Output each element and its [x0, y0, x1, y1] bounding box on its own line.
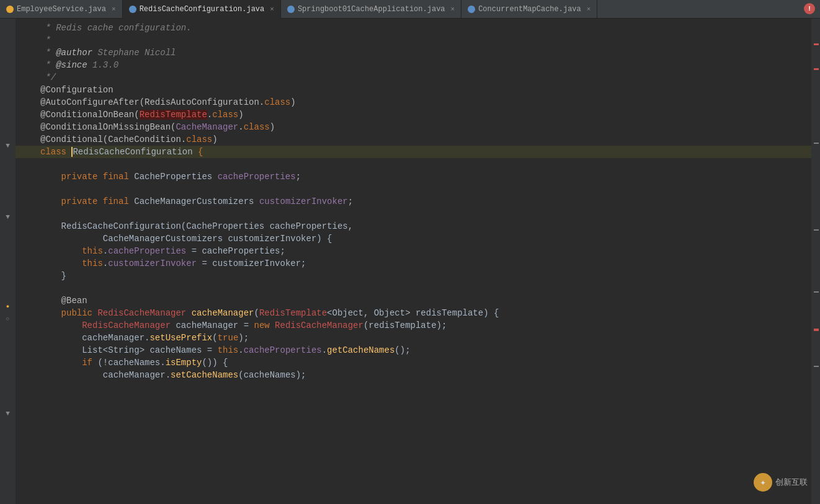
code-line-21: }	[16, 270, 811, 282]
tab-concurrentmapcache[interactable]: ConcurrentMapCache.java ×	[461, 0, 597, 18]
code-line-29: cacheManager.setCacheNames(cacheNames);	[16, 369, 811, 381]
code-line-7: @AutoConfigureAfter(RedisAutoConfigurati…	[16, 96, 811, 108]
line-content-3: * @author Stephane Nicoll	[40, 46, 806, 59]
tab-rediscacheconfiguration[interactable]: RedisCacheConfiguration.java ×	[123, 0, 281, 19]
code-line-2: *	[16, 34, 811, 46]
line-content-8: @ConditionalOnBean(RedisTemplate.class)	[40, 108, 806, 121]
tab-close-concurrentmapcache[interactable]: ×	[587, 6, 591, 13]
line-content-20: this.customizerInvoker = customizerInvok…	[40, 257, 806, 270]
gutter-circle-2: ○	[0, 313, 16, 325]
scrollbar-area[interactable]	[811, 19, 820, 504]
watermark-logo: ✦	[754, 473, 772, 492]
line-content-21: }	[40, 270, 806, 282]
code-line-25: RedisCacheManager cacheManager = new Red…	[16, 319, 811, 332]
error-badge: !	[804, 3, 815, 14]
line-content-9: @ConditionalOnMissingBean(CacheManager.c…	[40, 121, 806, 133]
code-line-17: RedisCacheConfiguration(CacheProperties …	[16, 220, 811, 232]
code-line-18: CacheManagerCustomizers customizerInvoke…	[16, 232, 811, 245]
tab-springboot01[interactable]: Springboot01CacheApplication.java ×	[281, 0, 461, 18]
tab-bar: EmployeeService.java × RedisCacheConfigu…	[0, 0, 820, 19]
line-content-25: RedisCacheManager cacheManager = new Red…	[40, 319, 806, 332]
line-content-12	[40, 158, 806, 170]
line-content-18: CacheManagerCustomizers customizerInvoke…	[40, 232, 806, 245]
code-line-22	[16, 282, 811, 294]
line-content-13: private final CacheProperties cachePrope…	[40, 170, 806, 183]
code-line-6: @Configuration	[16, 84, 811, 96]
tab-label-springboot01: Springboot01CacheApplication.java	[298, 5, 445, 14]
fold-arrow-class[interactable]: ▼	[0, 139, 16, 152]
tab-icon-blue-concurrent	[468, 6, 475, 13]
code-line-28: if (!cacheNames.isEmpty()) {	[16, 356, 811, 369]
line-content-15: private final CacheManagerCustomizers cu…	[40, 195, 806, 208]
code-line-16	[16, 208, 811, 220]
tab-employeeservice[interactable]: EmployeeService.java ×	[0, 0, 123, 18]
tab-close-springboot01[interactable]: ×	[451, 6, 455, 13]
line-content-6: @Configuration	[40, 84, 806, 96]
tab-label-concurrentmapcache: ConcurrentMapCache.java	[478, 5, 581, 14]
fold-arrow-bean[interactable]: ▼	[0, 407, 16, 420]
line-content-24: public RedisCacheManager cacheManager(Re…	[40, 307, 806, 319]
tab-label-employeeservice: EmployeeService.java	[17, 5, 106, 14]
tab-icon-blue-redis	[129, 6, 136, 13]
watermark: ✦ 创新互联	[754, 473, 808, 492]
line-content-10: @Conditional(CacheCondition.class)	[40, 133, 806, 146]
code-line-11: class RedisCacheConfiguration {	[16, 146, 811, 158]
code-line-15: private final CacheManagerCustomizers cu…	[16, 195, 811, 208]
code-line-26: cacheManager.setUsePrefix(true);	[16, 332, 811, 344]
line-content-29: cacheManager.setCacheNames(cacheNames);	[40, 369, 806, 381]
code-line-24: public RedisCacheManager cacheManager(Re…	[16, 307, 811, 319]
scrollbar-marker-7	[814, 366, 819, 367]
line-content-26: cacheManager.setUsePrefix(true);	[40, 332, 806, 344]
scrollbar-marker-6	[814, 329, 819, 331]
code-line-20: this.customizerInvoker = customizerInvok…	[16, 257, 811, 270]
tab-label-rediscacheconfiguration: RedisCacheConfiguration.java	[140, 5, 265, 14]
scrollbar-marker-3	[814, 143, 819, 144]
line-content-19: this.cacheProperties = cacheProperties;	[40, 245, 806, 257]
line-content-22	[40, 282, 806, 294]
code-line-27: List<String> cacheNames = this.cacheProp…	[16, 344, 811, 356]
line-content-23: @Bean	[40, 294, 806, 307]
tab-close-rediscacheconfiguration[interactable]: ×	[270, 6, 274, 13]
code-line-12	[16, 158, 811, 170]
scrollbar-marker-2	[814, 68, 819, 70]
line-content-11: class RedisCacheConfiguration {	[40, 146, 806, 158]
code-lines: * Redis cache configuration. * * @author…	[16, 19, 811, 381]
line-content-5: */	[40, 71, 806, 84]
tab-icon-orange	[6, 6, 14, 13]
tab-close-employeeservice[interactable]: ×	[112, 6, 116, 13]
line-content-16	[40, 208, 806, 220]
code-line-13: private final CacheProperties cachePrope…	[16, 170, 811, 183]
gutter-circle-1: ●	[0, 301, 16, 313]
line-content-27: List<String> cacheNames = this.cacheProp…	[40, 344, 806, 356]
line-content-14	[40, 183, 806, 195]
line-content-17: RedisCacheConfiguration(CacheProperties …	[40, 220, 806, 232]
gutter-icons: ▼ ▼ ● ○ ▼	[0, 19, 16, 504]
code-line-19: this.cacheProperties = cacheProperties;	[16, 245, 811, 257]
tab-icon-blue-springboot	[287, 6, 295, 13]
line-content-1: * Redis cache configuration.	[40, 22, 806, 34]
scrollbar-marker-4	[814, 229, 819, 231]
line-content-2: *	[40, 34, 806, 46]
code-line-9: @ConditionalOnMissingBean(CacheManager.c…	[16, 121, 811, 133]
code-content: * Redis cache configuration. * * @author…	[16, 19, 811, 504]
watermark-text: 创新互联	[775, 477, 808, 488]
code-line-8: @ConditionalOnBean(RedisTemplate.class)	[16, 108, 811, 121]
code-line-3: * @author Stephane Nicoll	[16, 46, 811, 59]
scrollbar-marker-5	[814, 291, 819, 293]
code-line-23: @Bean	[16, 294, 811, 307]
code-line-5: */	[16, 71, 811, 84]
scrollbar-marker-1	[814, 43, 819, 45]
line-content-7: @AutoConfigureAfter(RedisAutoConfigurati…	[40, 96, 806, 108]
code-line-14	[16, 183, 811, 195]
code-line-1: * Redis cache configuration.	[16, 22, 811, 34]
code-area: ▼ ▼ ● ○ ▼ * Redis cache configuration. *	[0, 19, 820, 504]
fold-arrow-constructor[interactable]: ▼	[0, 211, 16, 223]
code-line-4: * @since 1.3.0	[16, 59, 811, 71]
line-content-28: if (!cacheNames.isEmpty()) {	[40, 356, 806, 369]
code-line-10: @Conditional(CacheCondition.class)	[16, 133, 811, 146]
line-content-4: * @since 1.3.0	[40, 59, 806, 71]
